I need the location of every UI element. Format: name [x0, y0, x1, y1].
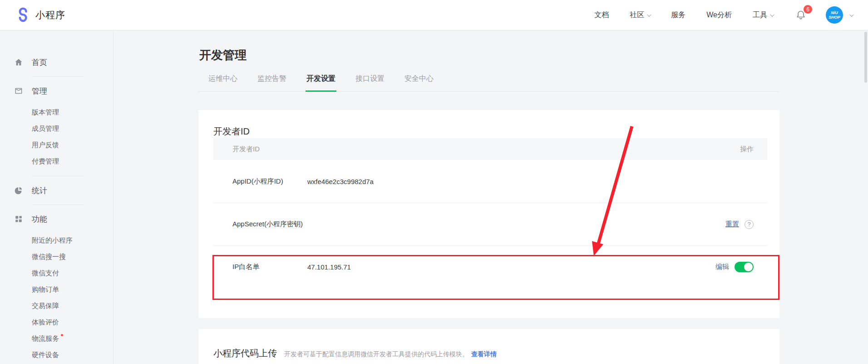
chevron-down-icon [770, 12, 774, 17]
tab-ops-center[interactable]: 运维中心 [207, 70, 238, 91]
top-header: 小程序 文档 社区 服务 We分析 工具 6 NiU SHOP [0, 0, 868, 30]
table-header-actions: 操作 [740, 145, 754, 154]
nav-services[interactable]: 服务 [671, 10, 686, 20]
page-scrollbar[interactable] [864, 32, 867, 83]
sidebar-item-statistics[interactable]: 统计 [0, 183, 113, 198]
code-upload-title: 小程序代码上传 [213, 347, 277, 359]
ip-whitelist-value: 47.101.195.71 [307, 263, 715, 271]
sidebar: 首页 管理 版本管理 成员管理 用户反馈 付费管理 [0, 31, 113, 364]
avatar-text-line1: NiU [831, 10, 838, 15]
chevron-down-icon [647, 12, 651, 17]
pie-chart-icon [14, 185, 24, 195]
sidebar-divider [32, 76, 84, 77]
ip-whitelist-label: IP白名单 [232, 263, 307, 271]
sidebar-item-home[interactable]: 首页 [0, 55, 113, 70]
nav-docs[interactable]: 文档 [594, 10, 609, 20]
logo-text: 小程序 [35, 9, 65, 21]
page-title: 开发管理 [199, 47, 779, 63]
top-nav: 文档 社区 服务 We分析 工具 [594, 10, 773, 20]
account-menu-chevron-icon[interactable] [849, 12, 854, 17]
notification-bell-button[interactable]: 6 [795, 9, 807, 21]
sidebar-item-experience-rating[interactable]: 体验评价 [0, 314, 113, 330]
sidebar-item-nearby-miniprogram[interactable]: 附近的小程序 [0, 232, 113, 249]
edit-ip-whitelist-link[interactable]: 编辑 [715, 263, 729, 271]
sidebar-item-transaction-guarantee[interactable]: 交易保障 [0, 298, 113, 314]
sidebar-divider [32, 204, 84, 205]
dev-management-tabs: 运维中心 监控告警 开发设置 接口设置 安全中心 [198, 70, 779, 92]
appid-value: wxfe46e2c3c9982d7a [307, 178, 754, 185]
sidebar-item-management[interactable]: 管理 [0, 83, 113, 99]
miniprogram-logo-icon [15, 7, 31, 23]
nav-community[interactable]: 社区 [630, 10, 650, 20]
tab-dev-settings[interactable]: 开发设置 [306, 70, 336, 92]
nav-tools[interactable]: 工具 [753, 10, 773, 20]
sidebar-item-member-management[interactable]: 成员管理 [0, 120, 113, 137]
account-avatar[interactable]: NiU SHOP [826, 6, 843, 24]
sidebar-item-features[interactable]: 功能 [0, 211, 113, 227]
sidebar-item-wechat-pay[interactable]: 微信支付 [0, 265, 113, 281]
grid-icon [14, 214, 24, 224]
sidebar-item-shopping-orders[interactable]: 购物订单 [0, 281, 113, 298]
new-badge-dot [61, 334, 63, 336]
table-header-developer-id: 开发者ID [232, 145, 260, 154]
sidebar-item-wechat-search[interactable]: 微信搜一搜 [0, 249, 113, 265]
reset-secret-link[interactable]: 重置 [725, 220, 739, 229]
table-header: 开发者ID 操作 [213, 138, 767, 160]
view-details-link[interactable]: 查看详情 [471, 350, 497, 359]
avatar-text-line2: SHOP [829, 15, 840, 20]
help-icon[interactable]: ? [745, 220, 754, 229]
sidebar-item-user-feedback[interactable]: 用户反馈 [0, 137, 113, 153]
table-row-appid: AppID(小程序ID) wxfe46e2c3c9982d7a [213, 160, 767, 203]
sidebar-item-version-management[interactable]: 版本管理 [0, 104, 113, 120]
tab-api-settings[interactable]: 接口设置 [355, 70, 385, 91]
appsecret-label: AppSecret(小程序密钥) [232, 220, 307, 229]
code-upload-description: 开发者可基于配置信息调用微信开发者工具提供的代码上传模块。 [284, 350, 469, 359]
features-sub-list: 附近的小程序 微信搜一搜 微信支付 购物订单 交易保障 体验评价 物流服务 硬件… [0, 232, 113, 363]
tab-monitor-alert[interactable]: 监控告警 [256, 70, 287, 91]
table-row-appsecret: AppSecret(小程序密钥) 重置 ? [213, 203, 767, 245]
page: 小程序 文档 社区 服务 We分析 工具 6 NiU SHOP [0, 0, 868, 364]
ip-whitelist-toggle[interactable] [735, 262, 754, 272]
sidebar-item-paid-management[interactable]: 付费管理 [0, 153, 113, 170]
management-sub-list: 版本管理 成员管理 用户反馈 付费管理 [0, 104, 113, 170]
main-content: 开发管理 运维中心 监控告警 开发设置 接口设置 安全中心 开发者ID 开发者I… [198, 30, 779, 364]
developer-id-title: 开发者ID [213, 110, 767, 138]
sidebar-divider [32, 176, 84, 176]
home-icon [14, 57, 24, 67]
nav-we-analytics[interactable]: We分析 [706, 10, 732, 20]
code-upload-card: 小程序代码上传 开发者可基于配置信息调用微信开发者工具提供的代码上传模块。 查看… [198, 329, 779, 364]
drawer-icon [14, 86, 24, 96]
miniprogram-logo[interactable]: 小程序 [15, 7, 65, 23]
appid-label: AppID(小程序ID) [232, 177, 307, 186]
sidebar-item-logistics-service[interactable]: 物流服务 [0, 330, 113, 347]
toggle-knob [744, 263, 753, 271]
notification-badge: 6 [804, 5, 812, 14]
developer-id-card: 开发者ID 开发者ID 操作 AppID(小程序ID) wxfe46e2c3c9… [198, 110, 779, 318]
table-row-ip-whitelist: IP白名单 47.101.195.71 编辑 [213, 245, 767, 288]
tab-security-center[interactable]: 安全中心 [404, 70, 434, 91]
sidebar-item-hardware-device[interactable]: 硬件设备 [0, 347, 113, 363]
